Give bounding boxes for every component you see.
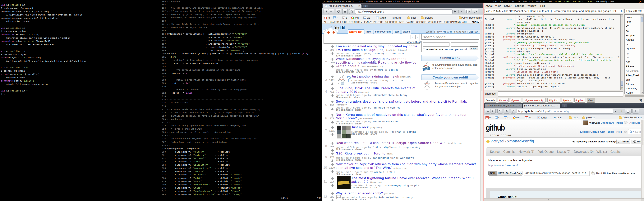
svg-text:31: 31 — [343, 17, 344, 19]
svg-text:31: 31 — [504, 117, 506, 119]
